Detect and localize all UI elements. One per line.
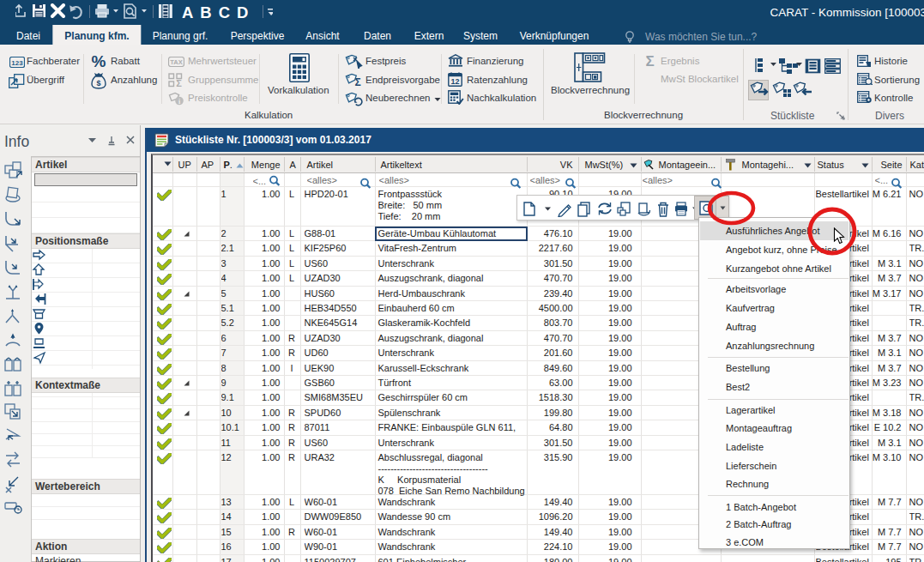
svg-text:Σ: Σ: [176, 78, 182, 88]
svg-text:Σ: Σ: [645, 54, 654, 68]
svg-text:123: 123: [11, 59, 23, 67]
svg-text:$: $: [96, 79, 100, 88]
svg-text:12: 12: [450, 77, 459, 86]
svg-text:Σ: Σ: [354, 76, 360, 88]
svg-text:ABCD: ABCD: [182, 3, 255, 21]
svg-text:TAX: TAX: [170, 58, 182, 66]
svg-text:%: %: [92, 53, 106, 69]
